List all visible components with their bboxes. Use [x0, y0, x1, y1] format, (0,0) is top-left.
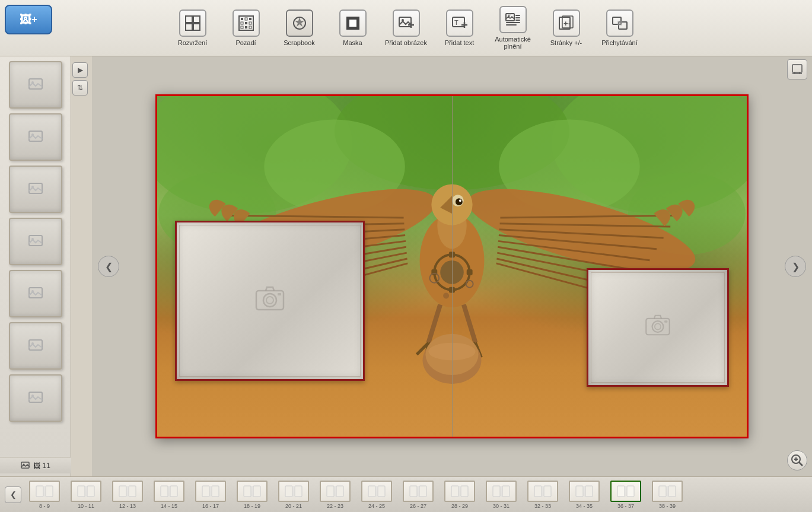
left-thumb-2[interactable] [9, 113, 62, 161]
page-thumb-38-39[interactable]: 38 - 39 [647, 479, 688, 510]
svg-rect-119 [36, 486, 43, 497]
svg-rect-30 [515, 20, 520, 21]
svg-rect-7 [241, 22, 243, 24]
add-photos-button[interactable]: 🖼 + [5, 5, 52, 34]
svg-point-105 [266, 297, 273, 304]
thumb-img-24-25 [361, 481, 392, 502]
toolbar-auto-fill-label: Automatické plnění [486, 36, 540, 50]
svg-rect-111 [792, 65, 802, 72]
svg-rect-28 [515, 15, 520, 16]
thumb-label-36-37: 36 - 37 [617, 503, 634, 509]
swap-btn[interactable]: ⇅ [72, 80, 88, 96]
toolbar-btn-background[interactable]: Pozadí [219, 1, 273, 55]
svg-rect-27 [508, 14, 511, 15]
svg-rect-13 [249, 26, 251, 28]
mask-icon [339, 9, 367, 37]
camera-icon-left [255, 286, 285, 316]
page-thumb-8-9[interactable]: 8 - 9 [24, 479, 65, 510]
background-icon [233, 9, 260, 37]
thumb-label-10-11: 10 - 11 [78, 503, 94, 509]
svg-text:T: T [454, 19, 458, 26]
page-thumb-12-13[interactable]: 12 - 13 [107, 479, 148, 510]
strip-prev-btn[interactable]: ❮ [5, 486, 21, 503]
page-thumb-26-27[interactable]: 26 - 27 [397, 479, 439, 510]
svg-rect-134 [244, 486, 251, 497]
left-thumb-5[interactable] [9, 270, 62, 317]
prev-page-arrow[interactable]: ❮ [98, 256, 119, 277]
toolbar-btn-snap[interactable]: Přichytávání [593, 1, 647, 55]
page-thumb-20-21[interactable]: 20 - 21 [273, 479, 314, 510]
svg-rect-32 [506, 24, 517, 26]
zoom-button[interactable] [787, 450, 807, 470]
svg-rect-128 [161, 486, 168, 497]
toolbar-btn-pages[interactable]: + - Stránky +/- [540, 1, 593, 55]
thumb-img-34-35 [569, 481, 600, 502]
thumb-label-18-19: 18 - 19 [244, 503, 260, 509]
edit-button[interactable] [787, 59, 807, 79]
left-thumb-1[interactable] [9, 61, 62, 109]
main-canvas-area: ❮ [92, 56, 812, 476]
svg-rect-10 [249, 22, 251, 24]
toolbar-btn-add-image[interactable]: Přidat obrázek [380, 1, 433, 55]
thumb-label-12-13: 12 - 13 [119, 503, 136, 509]
svg-rect-0 [186, 16, 192, 23]
toolbar-add-text-label: Přidat text [445, 39, 475, 46]
page-thumb-10-11[interactable]: 10 - 11 [65, 479, 107, 510]
svg-rect-123 [87, 486, 94, 497]
thumb-img-28-29 [444, 481, 475, 502]
toolbar-pages-label: Stránky +/- [550, 39, 582, 46]
thumbnail-panel [0, 56, 71, 476]
thumb-img-32-33 [527, 481, 558, 502]
toolbar-btn-auto-fill[interactable]: Automatické plnění [486, 1, 540, 55]
page-thumb-14-15[interactable]: 14 - 15 [148, 479, 190, 510]
left-thumb-7[interactable] [9, 374, 62, 422]
left-thumb-6[interactable] [9, 322, 62, 370]
page-thumb-16-17[interactable]: 16 - 17 [190, 479, 231, 510]
page-thumb-22-23[interactable]: 22 - 23 [314, 479, 356, 510]
thumb-img-26-27 [403, 481, 434, 502]
svg-point-108 [652, 321, 664, 332]
toolbar-btn-scrapbook[interactable]: Scrapbook [273, 1, 326, 55]
thumb-label-22-23: 22 - 23 [327, 503, 343, 509]
thumb-img-30-31 [486, 481, 517, 502]
snap-icon [606, 9, 633, 37]
svg-rect-131 [202, 486, 209, 497]
thumb-label-8-9: 8 - 9 [39, 503, 50, 509]
svg-rect-137 [285, 486, 292, 497]
right-arrow-btn[interactable]: ▶ [72, 62, 88, 78]
toolbar-layout-label: Rozvržení [178, 39, 208, 46]
svg-rect-164 [659, 486, 666, 497]
left-thumb-4[interactable] [9, 218, 62, 265]
left-thumb-3[interactable] [9, 166, 62, 213]
page-thumb-36-37[interactable]: 36 - 37 [605, 479, 647, 510]
svg-rect-138 [295, 486, 302, 497]
svg-rect-150 [461, 486, 468, 497]
thumb-label-30-31: 30 - 31 [493, 503, 510, 509]
page-thumb-32-33[interactable]: 32 - 33 [522, 479, 563, 510]
toolbar-btn-add-text[interactable]: T Přidat text [433, 1, 486, 55]
toolbar-btn-layout[interactable]: Rozvržení [166, 1, 219, 55]
svg-rect-103 [256, 291, 284, 310]
right-photo-frame[interactable] [587, 268, 729, 387]
page-thumb-28-29[interactable]: 28 - 29 [439, 479, 480, 510]
toolbar-background-label: Pozadí [235, 39, 256, 46]
page-thumb-30-31[interactable]: 30 - 31 [480, 479, 522, 510]
toolbar-btn-mask[interactable]: Maska [326, 1, 380, 55]
book-spine [452, 96, 453, 437]
thumb-img-16-17 [195, 481, 226, 502]
img-count-label: 🖼 11 [33, 462, 50, 470]
svg-rect-107 [646, 318, 669, 334]
page-thumb-34-35[interactable]: 34 - 35 [563, 479, 605, 510]
left-photo-frame[interactable] [175, 221, 365, 381]
svg-rect-1 [193, 16, 200, 23]
svg-rect-156 [544, 486, 551, 497]
page-thumb-24-25[interactable]: 24 - 25 [356, 479, 397, 510]
svg-rect-11 [241, 26, 243, 28]
page-thumb-18-19[interactable]: 18 - 19 [231, 479, 273, 510]
next-page-arrow[interactable]: ❯ [785, 256, 806, 277]
page-strip: ❮ 8 - 9 10 - 11 12 - 1 [0, 476, 812, 512]
svg-rect-2 [186, 24, 192, 30]
page-thumbnails: 8 - 9 10 - 11 12 - 13 14 - [24, 479, 688, 510]
book-spread [155, 94, 749, 438]
toolbar-mask-label: Maska [343, 39, 362, 46]
